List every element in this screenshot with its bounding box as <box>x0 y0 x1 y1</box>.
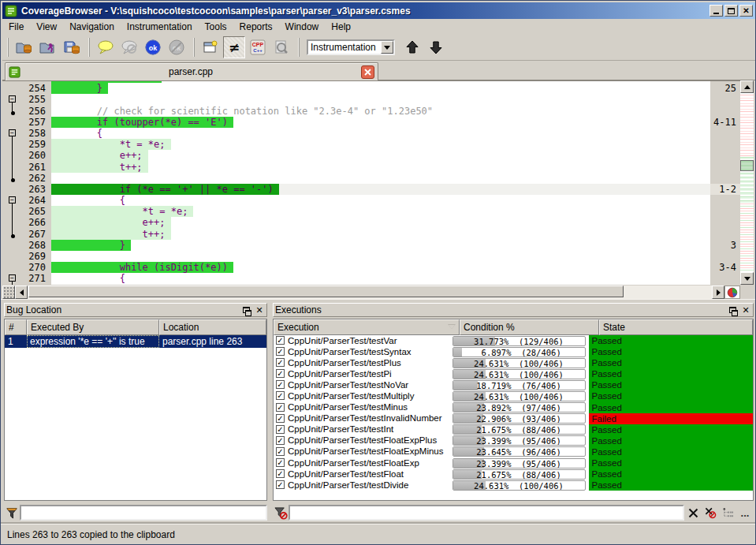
code-text-cell[interactable]: t++; <box>51 162 710 173</box>
code-line-259[interactable]: 259 *t = *e; <box>2 139 740 150</box>
execution-checkbox[interactable]: ✓ <box>276 480 285 489</box>
horizontal-scroll-thumb[interactable] <box>28 286 624 297</box>
execution-row[interactable]: ✓CppUnit/ParserTest/testInt21.675% (88/4… <box>274 424 753 435</box>
float-panel-button[interactable] <box>727 305 738 315</box>
tab-close-button[interactable] <box>361 65 374 79</box>
execution-checkbox[interactable]: ✓ <box>276 369 285 378</box>
code-text-cell[interactable]: e++; <box>51 217 710 228</box>
code-text-cell[interactable]: if (toupper(*e) == 'E') <box>51 117 710 128</box>
execution-row[interactable]: ✓CppUnit/ParserTest/testInvalidNumber22.… <box>274 413 753 424</box>
column-header-num[interactable]: # <box>5 319 27 335</box>
execution-checkbox[interactable]: ✓ <box>276 336 285 345</box>
next-button[interactable] <box>425 36 447 58</box>
float-panel-button[interactable] <box>240 305 251 315</box>
execution-row[interactable]: ✓CppUnit/ParserTest/testMultiply24.631% … <box>274 390 753 401</box>
clear-filter-button[interactable] <box>684 505 702 521</box>
execution-row[interactable]: ✓CppUnit/ParserTest/testPi24.631% (100/4… <box>274 368 753 379</box>
menu-instrumentation[interactable]: Instrumentation <box>121 20 199 34</box>
execution-checkbox[interactable]: ✓ <box>276 347 285 356</box>
execution-row[interactable]: ✓CppUnit/ParserTest/testPlus24.631% (100… <box>274 357 753 368</box>
execution-row[interactable]: ✓CppUnit/ParserTest/testFloatExp23.399% … <box>274 457 753 468</box>
scroll-down-button[interactable] <box>740 272 754 285</box>
more-options-button[interactable]: ... <box>736 505 754 521</box>
code-text-cell[interactable] <box>51 251 710 262</box>
code-text-cell[interactable] <box>51 173 710 184</box>
vertical-scroll-thumb[interactable] <box>740 160 754 171</box>
toolbar-handle[interactable] <box>298 38 300 57</box>
code-line-261[interactable]: 261 t++; <box>2 162 740 173</box>
code-line-254[interactable]: 254 }25 <box>2 83 740 94</box>
executions-titlebar[interactable]: Executions ✕ <box>273 303 754 317</box>
find-button[interactable] <box>270 36 292 58</box>
maximize-button[interactable] <box>724 5 738 17</box>
menu-help[interactable]: Help <box>325 20 357 34</box>
code-text-cell[interactable]: { <box>51 128 710 139</box>
horizontal-scroll-track[interactable] <box>28 286 712 299</box>
menu-file[interactable]: File <box>2 20 30 34</box>
code-line-263[interactable]: 263 if (*e == '+' || *e == '-')1-2 <box>2 184 740 195</box>
comparison-mode-button[interactable]: ≠ <box>223 36 245 58</box>
fold-column[interactable]: − <box>2 94 23 105</box>
execution-checkbox[interactable]: ✓ <box>276 380 285 389</box>
execution-checkbox[interactable]: ✓ <box>276 358 285 367</box>
column-header-location[interactable]: Location <box>159 319 266 335</box>
close-panel-button[interactable]: ✕ <box>740 305 751 315</box>
column-header-executed-by[interactable]: Executed By <box>27 319 159 335</box>
execution-row[interactable]: ✓CppUnit/ParserTest/testFloatExpPlus23.3… <box>274 435 753 446</box>
tree-view-button[interactable] <box>719 505 736 521</box>
column-header-state[interactable]: State <box>599 319 753 335</box>
execution-checkbox[interactable]: ✓ <box>276 403 285 412</box>
execution-row[interactable]: ✓CppUnit/ParserTest/testFloat21.675% (88… <box>274 468 753 480</box>
execution-row[interactable]: ✓CppUnit/ParserTest/testNoVar18.719% (76… <box>274 379 753 390</box>
code-text-cell[interactable]: { <box>51 195 710 206</box>
execution-row[interactable]: ✓CppUnit/ParserTest/testVar31.773% (129/… <box>274 335 753 346</box>
code-text-cell[interactable]: if (*e == '+' || *e == '-') <box>51 184 710 195</box>
new-window-button[interactable] <box>199 36 222 58</box>
code-text-cell[interactable]: while (isDigit(*e)) <box>51 262 710 273</box>
scroll-right-button[interactable] <box>712 286 724 299</box>
close-button[interactable]: ✕ <box>739 5 753 17</box>
code-line-266[interactable]: 266 e++; <box>2 217 740 228</box>
code-line-260[interactable]: 260 e++; <box>2 150 740 161</box>
execution-checkbox[interactable]: ✓ <box>276 414 285 423</box>
code-text-cell[interactable]: { <box>51 273 710 284</box>
code-line-271[interactable]: −271 { <box>2 273 740 284</box>
code-line-269[interactable]: 269 <box>2 251 740 262</box>
validate-button[interactable]: ok <box>142 36 164 58</box>
execution-checkbox[interactable]: ✓ <box>276 391 285 400</box>
code-text-cell[interactable]: t++; <box>51 229 710 240</box>
source-view-button[interactable]: CPPC++ <box>247 36 269 58</box>
menu-tools[interactable]: Tools <box>199 20 233 34</box>
bug-location-filter-input[interactable] <box>20 505 267 521</box>
vertical-scrollbar[interactable] <box>740 80 754 285</box>
add-comment-button[interactable] <box>95 36 117 58</box>
scroll-up-button[interactable] <box>740 80 754 93</box>
code-line-256[interactable]: 256 // check for scientific notation lik… <box>2 106 740 117</box>
code-line-268[interactable]: 268 }3 <box>2 240 740 251</box>
code-line-262[interactable]: 262 <box>2 173 740 184</box>
bug-location-row[interactable]: 1expression '*e == '+'' is trueparser.cp… <box>5 335 266 348</box>
code-text-cell[interactable]: // check for scientific notation like "2… <box>51 106 710 117</box>
menu-view[interactable]: View <box>30 20 63 34</box>
clear-disabled-button[interactable] <box>702 505 719 521</box>
fold-column[interactable]: − <box>2 195 23 206</box>
coverage-mode-select[interactable]: Instrumentation <box>307 39 395 55</box>
code-text-cell[interactable]: } <box>51 83 710 94</box>
execution-checkbox[interactable]: ✓ <box>276 436 285 445</box>
statistics-button[interactable] <box>724 286 740 299</box>
code-line-267[interactable]: 267 t++; <box>2 229 740 240</box>
toolbar-handle[interactable] <box>193 38 196 57</box>
menu-reports[interactable]: Reports <box>233 20 279 34</box>
execution-checkbox[interactable]: ✓ <box>276 458 285 467</box>
code-line-257[interactable]: 257 if (toupper(*e) == 'E')4-11 <box>2 117 740 128</box>
code-text-cell[interactable]: e++; <box>51 150 710 161</box>
execution-checkbox[interactable]: ✓ <box>276 425 285 434</box>
column-header-execution[interactable]: Execution <box>274 319 460 335</box>
remove-comment-button[interactable] <box>118 36 140 58</box>
code-viewport[interactable]: 253254 }25−255256 // check for scientifi… <box>2 80 740 285</box>
unvalidate-button[interactable]: ok <box>166 36 188 58</box>
code-text-cell[interactable]: *t = *e; <box>51 206 710 217</box>
code-line-264[interactable]: −264 { <box>2 195 740 206</box>
close-panel-button[interactable]: ✕ <box>254 305 265 315</box>
combo-dropdown-button[interactable] <box>381 41 393 54</box>
